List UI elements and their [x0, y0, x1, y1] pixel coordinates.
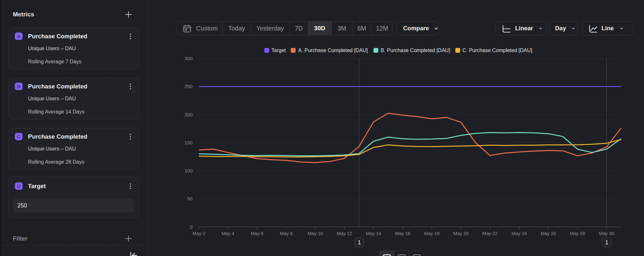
svg-text:1: 1: [358, 239, 361, 246]
svg-text:100: 100: [185, 168, 193, 173]
svg-text:May 30: May 30: [599, 231, 614, 236]
svg-text:May 14: May 14: [366, 231, 381, 236]
svg-text:May 6: May 6: [251, 231, 264, 236]
svg-text:May 28: May 28: [570, 231, 585, 236]
svg-text:May 12: May 12: [337, 231, 352, 236]
svg-text:200: 200: [185, 112, 193, 117]
svg-text:1: 1: [605, 239, 608, 246]
svg-text:May 22: May 22: [482, 231, 498, 236]
svg-text:May 16: May 16: [395, 231, 411, 236]
svg-text:May 18: May 18: [424, 231, 440, 236]
svg-text:May 2: May 2: [193, 231, 205, 236]
svg-text:50: 50: [187, 196, 193, 201]
svg-text:May 24: May 24: [512, 231, 527, 236]
svg-text:0: 0: [190, 224, 193, 230]
svg-text:250: 250: [185, 84, 193, 89]
svg-text:May 4: May 4: [222, 231, 234, 236]
svg-text:150: 150: [185, 140, 193, 145]
svg-text:May 8: May 8: [280, 231, 293, 236]
svg-text:May 20: May 20: [453, 231, 469, 236]
svg-text:May 26: May 26: [541, 231, 556, 236]
svg-text:May 10: May 10: [308, 231, 323, 236]
svg-text:300: 300: [185, 56, 193, 61]
